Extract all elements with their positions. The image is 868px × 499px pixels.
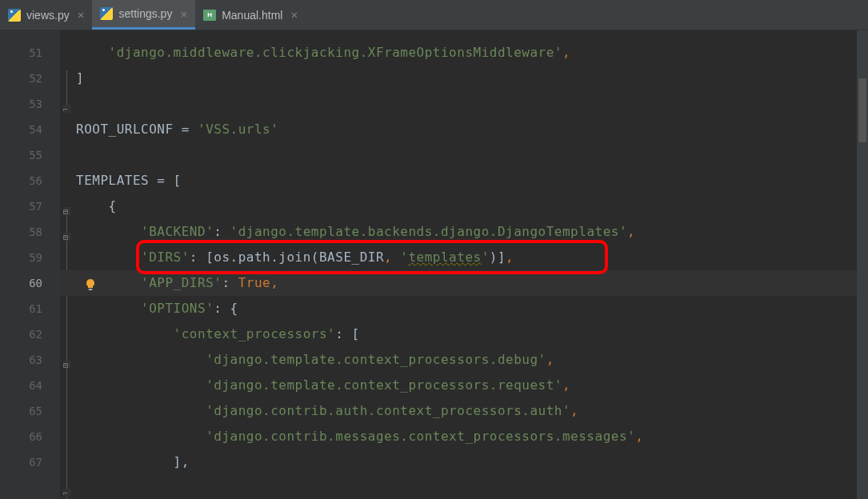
code-line: 'django.middleware.clickjacking.XFrameOp… [76, 40, 868, 66]
fold-open-icon[interactable]: ⊟ [63, 207, 71, 215]
fold-open-icon[interactable]: ⊟ [63, 233, 71, 241]
code-line [76, 142, 868, 168]
code-line [76, 91, 868, 117]
code-line: ROOT_URLCONF = 'VSS.urls' [76, 117, 868, 142]
line-number: 51 [0, 40, 60, 66]
line-number: 53 [0, 91, 60, 117]
tab-label: Manual.html [222, 9, 282, 22]
code-area[interactable]: 'django.middleware.clickjacking.XFrameOp… [60, 30, 868, 499]
code-line: 'context_processors': [ [76, 321, 868, 347]
close-icon[interactable]: × [180, 7, 187, 21]
fold-open-icon[interactable]: ⊟ [63, 361, 71, 369]
code-line: 'django.template.context_processors.requ… [76, 373, 868, 398]
svg-rect-0 [89, 289, 93, 290]
code-editor[interactable]: 51 52 53 54 55 56 57 58 59 60 61 62 63 6… [0, 30, 868, 499]
line-number: 57 [0, 194, 60, 219]
fold-end-icon[interactable]: ⌐ [63, 489, 71, 497]
code-line: 'django.template.context_processors.debu… [76, 347, 868, 373]
python-icon [100, 7, 113, 20]
line-number: 64 [0, 373, 60, 398]
tab-label: views.py [26, 9, 70, 22]
html-icon: H [203, 10, 216, 21]
tab-settings[interactable]: settings.py × [92, 0, 195, 30]
line-number: 66 [0, 424, 60, 449]
scrollbar-thumb[interactable] [858, 78, 866, 142]
fold-end-icon[interactable]: ⌐ [63, 105, 71, 113]
code-line: 'django.contrib.messages.context_process… [76, 424, 868, 449]
lightbulb-icon[interactable] [84, 278, 97, 291]
line-number: 52 [0, 66, 60, 91]
code-line: ], [76, 449, 868, 475]
close-icon[interactable]: × [290, 8, 298, 22]
line-number: 55 [0, 142, 60, 168]
line-number: 59 [0, 245, 60, 270]
code-line: 'BACKEND': 'django.template.backends.dja… [76, 219, 868, 245]
vertical-scrollbar[interactable] [857, 30, 868, 499]
line-number: 56 [0, 168, 60, 194]
line-number: 63 [0, 347, 60, 373]
code-line: 'django.contrib.auth.context_processors.… [76, 398, 868, 424]
line-number: 67 [0, 449, 60, 475]
line-number: 58 [0, 219, 60, 245]
line-number: 62 [0, 321, 60, 347]
code-line: 'DIRS': [os.path.join(BASE_DIR, 'templat… [76, 245, 868, 270]
code-line-current: 'APP_DIRS': True, [60, 270, 868, 296]
editor-tabs: views.py × settings.py × H Manual.html × [0, 0, 868, 30]
code-line: ] [76, 66, 868, 91]
code-line: TEMPLATES = [ [76, 168, 868, 194]
tab-views[interactable]: views.py × [0, 0, 92, 30]
line-number: 65 [0, 398, 60, 424]
tab-label: settings.py [118, 7, 172, 20]
code-line: { [76, 194, 868, 219]
close-icon[interactable]: × [78, 8, 85, 22]
line-gutter: 51 52 53 54 55 56 57 58 59 60 61 62 63 6… [0, 30, 60, 499]
line-number: 54 [0, 117, 60, 142]
line-number: 61 [0, 296, 60, 321]
python-icon [8, 9, 21, 22]
tab-manual[interactable]: H Manual.html × [195, 0, 306, 30]
line-number-current: 60 [0, 270, 60, 296]
code-line: 'OPTIONS': { [76, 296, 868, 321]
